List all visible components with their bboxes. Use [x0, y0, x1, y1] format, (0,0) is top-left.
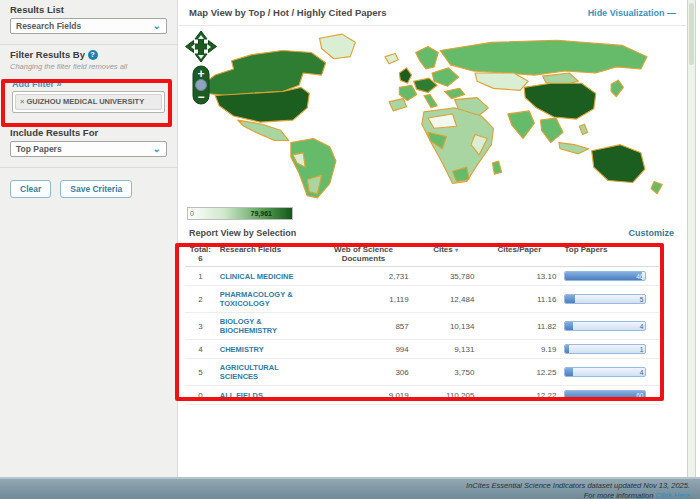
- add-filter-link[interactable]: Add Filter »: [12, 79, 165, 89]
- hide-visualization-link[interactable]: Hide Visualization —: [588, 8, 676, 18]
- column-header-cites-per-paper: Cites/Paper: [478, 242, 560, 267]
- country-indonesia: [559, 143, 589, 154]
- region-southeast-asia: [541, 118, 564, 143]
- sort-arrow-icon: ▾: [455, 247, 458, 253]
- page-footer: InCites Essential Science Indicators dat…: [0, 477, 700, 499]
- region-iberia: [389, 99, 406, 111]
- filter-chip-guizhou-medical-university[interactable]: ×GUIZHOU MEDICAL UNIVERSITY: [15, 94, 162, 109]
- top-papers-bar[interactable]: 4: [564, 367, 646, 377]
- map-view-title: Map View by Top / Hot / Highly Cited Pap…: [189, 7, 387, 18]
- filter-results-by-text: Filter Results By: [10, 49, 85, 60]
- wos-documents-value: 1,119: [314, 286, 412, 313]
- sidebar-divider: [0, 44, 177, 45]
- cites-value: 35,780: [413, 267, 479, 286]
- region-scandinavia: [416, 46, 439, 69]
- choropleth-world-map[interactable]: [179, 28, 679, 204]
- top-papers-value: 46: [636, 272, 643, 281]
- country-italy: [424, 95, 437, 108]
- top-papers-bar[interactable]: 4: [564, 321, 646, 331]
- country-mexico: [238, 120, 289, 140]
- country-russia: [440, 40, 647, 75]
- results-list-select[interactable]: Research Fields ⌄: [10, 18, 167, 34]
- field-link-chemistry[interactable]: CHEMISTRY: [220, 345, 264, 354]
- row-rank: 1: [185, 267, 216, 286]
- map-color-legend: 0 79,961: [187, 207, 293, 220]
- results-list-label: Results List: [10, 4, 167, 15]
- report-view-header: Report View by Selection Customize: [179, 220, 686, 242]
- filter-sidebar: Results List Research Fields ⌄ Filter Re…: [0, 0, 178, 477]
- country-australia: [592, 145, 645, 183]
- filter-note: Changing the filter field removes all: [10, 62, 167, 71]
- report-view-title: Report View by Selection: [189, 228, 296, 238]
- table-row: 4 CHEMISTRY 994 9,131 9.19 1: [185, 340, 659, 359]
- wos-documents-value: 857: [314, 313, 412, 340]
- field-link-agricultural-sciences[interactable]: AGRICULTURAL SCIENCES: [220, 363, 310, 381]
- top-papers-value: 60: [636, 391, 643, 400]
- more-info-text: For more information: [584, 491, 654, 499]
- country-new-zealand: [651, 181, 662, 193]
- country-greenland: [320, 34, 356, 59]
- cites-value: 3,750: [413, 359, 479, 386]
- field-link-all-fields[interactable]: ALL FIELDS: [220, 391, 263, 400]
- country-japan: [611, 80, 623, 96]
- region-central-asia: [475, 73, 528, 90]
- field-link-pharmacology-toxicology[interactable]: PHARMACOLOGY & TOXICOLOGY: [220, 290, 310, 308]
- customize-link[interactable]: Customize: [628, 228, 674, 238]
- region-eastern-europe: [432, 68, 459, 86]
- world-map-visualization: + −: [179, 26, 686, 207]
- zoom-out-button[interactable]: −: [197, 90, 204, 104]
- include-results-select[interactable]: Top Papers ⌄: [10, 141, 167, 157]
- top-papers-bar[interactable]: 5: [564, 294, 646, 304]
- wos-documents-value: 9,019: [314, 386, 412, 405]
- research-fields-table: Total: 6 Research Fields Web of Science …: [185, 242, 659, 405]
- remove-filter-icon[interactable]: ×: [20, 97, 24, 106]
- filter-chip-label: GUIZHOU MEDICAL UNIVERSITY: [26, 97, 144, 106]
- cites-per-paper-value: 12.25: [478, 359, 560, 386]
- table-header-row: Total: 6 Research Fields Web of Science …: [185, 242, 659, 267]
- row-rank: 2: [185, 286, 216, 313]
- legend-min-value: 0: [190, 210, 194, 217]
- results-list-value: Research Fields: [16, 21, 81, 31]
- cites-per-paper-value: 11.82: [478, 313, 560, 340]
- cites-per-paper-value: 11.16: [478, 286, 560, 313]
- top-papers-bar[interactable]: 46: [564, 271, 646, 281]
- cites-value: 9,131: [413, 340, 479, 359]
- map-pan-control-icon[interactable]: [186, 31, 217, 62]
- top-papers-bar[interactable]: 1: [564, 344, 646, 354]
- collapse-minus-icon: —: [667, 8, 676, 18]
- top-papers-bar[interactable]: 60: [564, 390, 646, 400]
- main-content: Map View by Top / Hot / Highly Cited Pap…: [179, 0, 686, 477]
- field-link-clinical-medicine[interactable]: CLINICAL MEDICINE: [220, 272, 294, 281]
- chevron-down-icon: ⌄: [153, 22, 161, 30]
- top-papers-value: 4: [640, 368, 644, 377]
- cites-value: 110,205: [413, 386, 479, 405]
- column-header-wos-documents: Web of Science Documents: [314, 242, 412, 267]
- vertical-scrollbar[interactable]: [687, 0, 696, 477]
- table-row: 1 CLINICAL MEDICINE 2,731 35,780 13.10 4…: [185, 267, 659, 286]
- table-row: 0 ALL FIELDS 9,019 110,205 12.22 60: [185, 386, 659, 405]
- country-turkey: [444, 88, 464, 98]
- row-rank: 5: [185, 359, 216, 386]
- country-uk: [399, 68, 411, 83]
- zoom-in-button[interactable]: +: [197, 67, 204, 81]
- filter-results-by-label: Filter Results By ?: [10, 49, 167, 60]
- help-icon[interactable]: ?: [88, 50, 98, 60]
- country-canada: [199, 51, 326, 96]
- cites-value: 10,134: [413, 313, 479, 340]
- wos-documents-value: 994: [314, 340, 412, 359]
- column-header-cites-sortable[interactable]: Cites ▾: [413, 242, 479, 267]
- clear-button[interactable]: Clear: [10, 180, 51, 198]
- dataset-update-note: InCites Essential Science Indicators dat…: [466, 481, 690, 490]
- chevron-down-icon: ⌄: [153, 145, 161, 153]
- country-iceland: [385, 54, 398, 64]
- top-papers-value: 4: [640, 322, 644, 331]
- row-rank: 0: [185, 386, 216, 405]
- sidebar-divider: [0, 167, 177, 168]
- click-here-link[interactable]: Click Here: [655, 491, 690, 499]
- save-criteria-button[interactable]: Save Criteria: [60, 180, 132, 198]
- scrollbar-thumb[interactable]: [689, 3, 694, 65]
- field-link-biology-biochemistry[interactable]: BIOLOGY & BIOCHEMISTRY: [220, 317, 310, 335]
- legend-max-value: 79,961: [251, 210, 272, 217]
- filter-chip-container: ×GUIZHOU MEDICAL UNIVERSITY: [12, 91, 165, 112]
- globe-icon[interactable]: [196, 80, 207, 91]
